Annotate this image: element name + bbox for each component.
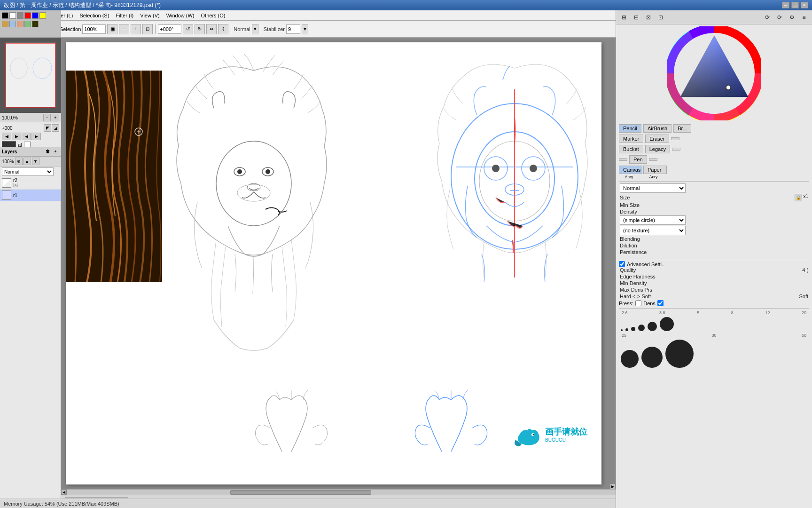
close-btn[interactable]: ✕ (801, 2, 808, 8)
nav-zoom: 100.0% (2, 115, 18, 120)
watermark-sub: BUGUGU (545, 437, 587, 443)
brush-size-9[interactable] (665, 340, 694, 368)
zoom-input[interactable] (82, 24, 106, 34)
rotate-ccw-btn[interactable]: ↺ (183, 24, 193, 34)
right-icon-4[interactable]: ⊡ (656, 12, 666, 23)
texture-select[interactable]: (no texture) (620, 226, 686, 235)
brush-size-2[interactable] (625, 328, 628, 331)
menu-selection[interactable]: Selection (S) (77, 12, 112, 19)
airbrush-tool-btn[interactable]: AirBrush (643, 124, 671, 133)
tool-btn-empty-4[interactable] (649, 158, 657, 161)
right-icon-8[interactable]: ≡ (799, 12, 809, 23)
tool-btn-empty[interactable] (671, 137, 679, 140)
dens-checkbox[interactable] (635, 300, 641, 306)
pencil-tool-btn[interactable]: Pencil (619, 124, 641, 133)
brush-size-8[interactable] (641, 347, 663, 368)
brush-size-1[interactable] (621, 329, 623, 331)
menu-view[interactable]: View (V) (137, 12, 162, 19)
swatch-peach[interactable] (17, 21, 23, 27)
nav-zoom-out[interactable]: − (43, 114, 51, 121)
maximize-btn[interactable]: □ (791, 2, 799, 8)
advanced-checkbox[interactable] (619, 261, 625, 267)
right-icon-1[interactable]: ⊞ (619, 12, 629, 23)
legacy-tool-btn[interactable]: Legacy (645, 145, 670, 153)
swatch-brown[interactable] (2, 21, 8, 27)
layer-trash-btn[interactable]: 🗑 (44, 148, 51, 155)
marker-tool-btn[interactable]: Marker (619, 135, 643, 143)
option-btn-5[interactable]: ◀ (22, 133, 31, 140)
swatch-gray[interactable] (17, 12, 23, 19)
menu-others[interactable]: Others (O) (198, 12, 228, 19)
minimize-btn[interactable]: ─ (782, 2, 789, 8)
zoom-fit-btn[interactable]: ▣ (107, 24, 117, 34)
right-icon-2[interactable]: ⊟ (631, 12, 641, 23)
zoom-in-btn[interactable]: + (131, 24, 141, 34)
pen-tool-btn[interactable]: Pen (629, 155, 647, 164)
right-icon-3[interactable]: ⊠ (643, 12, 654, 23)
option-btn-4[interactable]: ▶ (12, 133, 21, 140)
tool-btn-empty-2[interactable] (672, 148, 680, 151)
stabilizer-input[interactable] (286, 24, 300, 34)
tool-btn-empty-3[interactable] (619, 158, 627, 161)
option-btn-1[interactable]: ◤ (44, 124, 51, 132)
swatch-red[interactable] (24, 12, 31, 19)
swatch-white[interactable] (9, 12, 16, 19)
right-icon-7[interactable]: ⚙ (787, 12, 797, 23)
dens-checkbox-2[interactable] (657, 300, 664, 306)
color-wheel[interactable] (667, 26, 761, 120)
brush-size-5[interactable] (648, 322, 657, 331)
layer-item-2[interactable]: r2 ial (0, 177, 61, 190)
bucket-tool-btn[interactable]: Bucket (619, 145, 643, 153)
scroll-right-btn[interactable]: ▶ (610, 484, 616, 489)
brush-sizes-row-2 (619, 338, 809, 370)
blendmode-dropdown[interactable]: ▼ (252, 24, 258, 34)
flip-v-btn[interactable]: ⇕ (218, 24, 228, 34)
svg-point-12 (237, 169, 242, 174)
nav-zoom-in[interactable]: + (52, 114, 59, 121)
right-icon-5[interactable]: ⟳ (762, 12, 773, 23)
paper-tab[interactable]: Paper (643, 166, 667, 174)
flip-h-btn[interactable]: ⇔ (206, 24, 217, 34)
color-wheel-container[interactable] (616, 24, 812, 122)
brush-size-3[interactable] (631, 327, 635, 331)
rotate-cw-btn[interactable]: ↻ (195, 24, 205, 34)
swatch-yellow[interactable] (39, 12, 46, 19)
hard-soft-row: Hard <-> Soft Soft (619, 294, 809, 299)
option-btn-6[interactable]: ▶ (31, 133, 41, 140)
angle-input[interactable] (158, 24, 181, 34)
layer-move-down-btn[interactable]: ▼ (32, 158, 39, 165)
scroll-left-btn[interactable]: ◀ (61, 489, 67, 495)
swatch-blue[interactable] (32, 12, 39, 19)
menu-window[interactable]: Window (W) (164, 12, 197, 19)
brush-size-7[interactable] (621, 350, 639, 368)
layer-add-btn[interactable]: + (52, 148, 59, 155)
scrollbar-h[interactable] (61, 489, 616, 495)
layer-merge-btn[interactable]: ⊕ (15, 158, 23, 165)
swatch-lightblue[interactable] (9, 21, 16, 27)
brush-blend-select[interactable]: Normal Multiply (620, 183, 686, 193)
swatch-black[interactable] (2, 12, 8, 19)
option-btn-3[interactable]: ◀ (2, 133, 11, 140)
brush-size-6[interactable] (660, 317, 674, 331)
brush-size-4[interactable] (638, 325, 645, 331)
zoom-reset-btn[interactable]: ⊡ (142, 24, 153, 34)
canvas-area[interactable]: 画手请就位 BUGUGU (61, 38, 616, 489)
brush-tool-btn-3[interactable]: Br... (673, 124, 691, 133)
layer-move-up-btn[interactable]: ▲ (23, 158, 31, 165)
scrollbar-thumb[interactable] (230, 490, 371, 495)
swatch-green[interactable] (24, 21, 31, 27)
nav-canvas[interactable] (0, 38, 61, 113)
option-btn-2[interactable]: ◢ (52, 124, 59, 132)
menu-filter[interactable]: Filter (I) (113, 12, 136, 19)
eraser-tool-btn[interactable]: Eraser (645, 135, 669, 143)
zoom-out-btn[interactable]: − (119, 24, 129, 34)
right-icon-6[interactable]: ⟳ (774, 12, 785, 23)
layer-item-1[interactable]: r1 (0, 190, 61, 201)
layer-header-label: Layers (2, 149, 17, 154)
stabilizer-dropdown[interactable]: ▼ (302, 24, 308, 34)
size-lock-btn[interactable]: 🔒 (795, 194, 802, 201)
canvas-tab[interactable]: Canvas (619, 166, 642, 174)
brush-shape-select[interactable]: (simple circle) round (620, 215, 686, 225)
layer-blend-select[interactable]: Normal Multiply Screen (2, 167, 54, 176)
swatch-darkbrown[interactable] (32, 21, 39, 27)
